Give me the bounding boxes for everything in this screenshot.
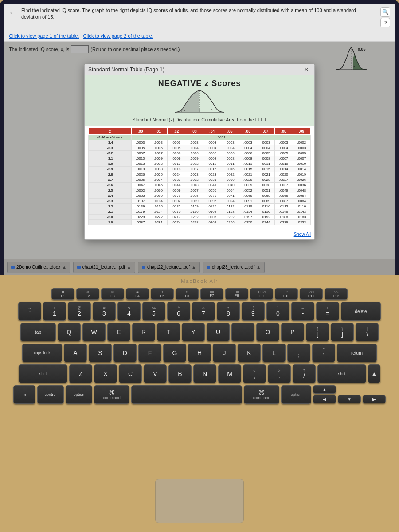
key-command-left[interactable]: ⌘ command <box>94 385 129 404</box>
key-fn-f10[interactable]: ◁ F10 <box>275 288 298 300</box>
key-control[interactable]: control <box>37 385 64 404</box>
key-d[interactable]: D <box>113 344 137 362</box>
key-i[interactable]: I <box>231 323 254 341</box>
key-5[interactable]: % 5 <box>142 302 165 321</box>
key-v[interactable]: V <box>144 364 167 383</box>
key-f[interactable]: F <box>138 344 161 362</box>
key-fn-f6[interactable]: ⊙ F6 <box>176 288 199 300</box>
modal-window: Standard Normal Table (Page 1) – ✕ NEGAT… <box>84 64 315 240</box>
key-y[interactable]: Y <box>182 323 205 341</box>
key-t[interactable]: T <box>157 323 180 341</box>
table-row: -2.7.0035.0034.0033.0032.0031.0030.0029.… <box>89 177 311 183</box>
key-m[interactable]: M <box>218 364 241 383</box>
key-backslash[interactable]: | \ <box>356 323 379 341</box>
key-arrow-down[interactable]: ▼ <box>338 395 361 403</box>
key-slash[interactable]: ? / <box>293 364 316 383</box>
key-arrow-up[interactable]: ▲ <box>368 364 380 383</box>
key-tilde[interactable]: ~ ` <box>18 302 41 321</box>
key-spacebar[interactable] <box>131 385 242 404</box>
page1-link[interactable]: Click to view page 1 of the table. <box>9 33 79 39</box>
key-r[interactable]: R <box>132 323 155 341</box>
key-delete[interactable]: delete <box>341 302 381 321</box>
key-caps[interactable]: caps lock <box>22 344 62 362</box>
value-cell: .0052 <box>239 188 257 193</box>
key-tab[interactable]: tab <box>20 323 56 341</box>
zoom-in-button[interactable]: 🔍 <box>380 7 390 17</box>
key-return[interactable]: return <box>337 344 377 362</box>
key-s[interactable]: S <box>89 344 112 362</box>
key-p[interactable]: P <box>281 323 304 341</box>
value-cell: .0094 <box>221 199 239 204</box>
key-fn-f3[interactable]: ⊞ F3 <box>101 288 124 300</box>
trackpad[interactable] <box>155 479 244 523</box>
value-cell: .0017 <box>185 167 203 172</box>
key-fn[interactable]: fn <box>13 385 35 404</box>
key-fn-f8[interactable]: DII F8 <box>225 288 248 300</box>
key-n[interactable]: N <box>193 364 216 383</box>
key-option-left[interactable]: option <box>66 385 92 404</box>
z-cell: -3.0 <box>89 161 132 167</box>
key-shift-left[interactable]: shift <box>19 364 67 383</box>
table-row: -3.0.0013.0013.0013.0012.0012.0011.0011.… <box>89 161 311 167</box>
key-7[interactable]: & 7 <box>192 302 215 321</box>
key-fn-f12[interactable]: ▷▷ F12 <box>325 288 348 300</box>
key-equals[interactable]: + = <box>316 302 339 321</box>
key-minus[interactable]: – - <box>291 302 314 321</box>
key-bracket-open[interactable]: { [ <box>306 323 329 341</box>
key-u[interactable]: U <box>207 323 230 341</box>
key-b[interactable]: B <box>168 364 192 383</box>
key-g[interactable]: G <box>163 344 186 362</box>
key-6[interactable]: ^ 6 <box>167 302 190 321</box>
key-shift-right[interactable]: shift <box>317 364 366 383</box>
key-fn-f2[interactable]: ⊕ F2 <box>76 288 99 300</box>
key-q[interactable]: Q <box>58 323 81 341</box>
key-e[interactable]: E <box>107 323 130 341</box>
key-fn-f5[interactable]: ✦ F5 <box>151 288 174 300</box>
value-cell: .0268 <box>185 220 203 225</box>
key-c[interactable]: C <box>119 364 142 383</box>
key-quote[interactable]: " ' <box>312 344 335 362</box>
key-fn-f1[interactable]: ✱ F1 <box>51 288 74 300</box>
value-cell: .0020 <box>275 172 293 177</box>
key-4[interactable]: $ 4 <box>117 302 141 321</box>
key-fn-f4[interactable]: ◉ F4 <box>126 288 149 300</box>
show-all-link[interactable]: Show All <box>294 232 311 237</box>
key-o[interactable]: O <box>256 323 279 341</box>
key-0[interactable]: ) 0 <box>266 302 289 321</box>
key-arrow-right[interactable]: ▶ <box>363 395 386 403</box>
key-2[interactable]: @ 2 <box>68 302 91 321</box>
value-cell: .0008 <box>221 156 239 161</box>
key-x[interactable]: X <box>94 364 117 383</box>
key-3[interactable]: # 3 <box>93 302 116 321</box>
key-h[interactable]: H <box>188 344 211 362</box>
key-8[interactable]: * 8 <box>217 302 240 321</box>
key-1[interactable]: ! 1 <box>43 302 66 321</box>
key-comma[interactable]: < , <box>243 364 266 383</box>
key-option-right[interactable]: option <box>281 385 311 404</box>
value-cell: .0048 <box>293 188 310 193</box>
key-command-right[interactable]: ⌘ command <box>244 385 279 404</box>
modal-close-button[interactable]: ✕ <box>302 66 311 73</box>
key-j[interactable]: J <box>213 344 236 362</box>
key-semicolon[interactable]: : ; <box>287 344 310 362</box>
value-cell: .0154 <box>239 209 257 215</box>
key-a[interactable]: A <box>64 344 87 362</box>
key-w[interactable]: W <box>82 323 106 341</box>
back-icon[interactable]: ← <box>9 8 16 18</box>
key-9[interactable]: ( 9 <box>242 302 265 321</box>
value-cell: .0009 <box>149 156 167 161</box>
key-period[interactable]: > . <box>268 364 291 383</box>
key-z[interactable]: Z <box>69 364 92 383</box>
value-cell: .0107 <box>131 199 149 204</box>
zoom-out-button[interactable]: ↺ <box>380 18 390 27</box>
key-k[interactable]: K <box>238 344 261 362</box>
key-l[interactable]: L <box>262 344 286 362</box>
key-bracket-close[interactable]: } ] <box>331 323 354 341</box>
key-arrow-left[interactable]: ◀ <box>313 395 336 403</box>
minimize-button[interactable]: – <box>297 67 300 72</box>
key-fn-f11[interactable]: ◁◁ F11 <box>300 288 323 300</box>
key-arrow-up2[interactable]: ▲ <box>313 385 336 394</box>
page2-link[interactable]: Click to view page 2 of the table. <box>83 33 153 39</box>
key-fn-f9[interactable]: DC◁ F9 <box>250 288 273 300</box>
key-fn-f7[interactable]: DII F7 <box>200 288 223 300</box>
